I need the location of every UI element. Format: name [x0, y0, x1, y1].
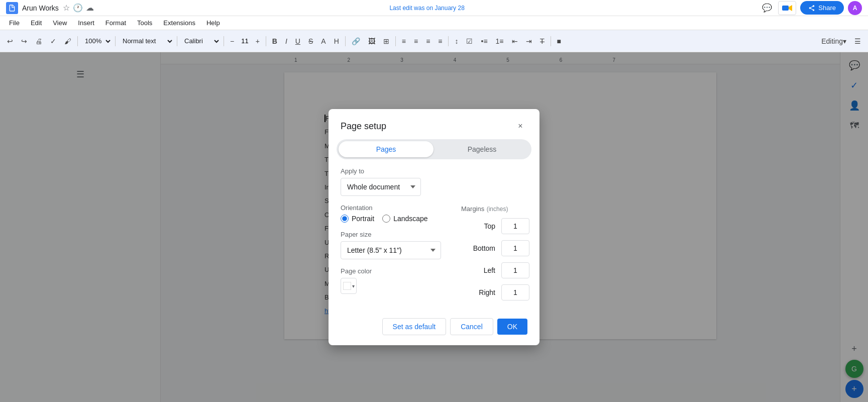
bold-button[interactable]: B	[269, 34, 280, 49]
toolbar: ↩ ↪ 🖨 ✓ 🖌 100% 75% 125% 150% Normal text…	[0, 30, 868, 52]
menu-edit[interactable]: Edit	[26, 17, 47, 29]
dialog-body: Apply to Whole document This section Thi…	[329, 167, 539, 312]
text-color-button[interactable]: A	[318, 34, 329, 49]
link-button[interactable]: 🔗	[349, 34, 363, 49]
margin-right-input[interactable]	[501, 284, 529, 300]
history-icon[interactable]: 🕐	[73, 3, 83, 13]
app-icon	[6, 2, 18, 14]
share-label: Share	[818, 4, 836, 12]
landscape-option[interactable]: Landscape	[382, 215, 428, 223]
image-button[interactable]: 🖼	[365, 34, 378, 49]
dialog-title: Page setup	[341, 121, 386, 132]
margins-col: Margins (inches) Top Bottom Left Right	[461, 204, 531, 302]
italic-button[interactable]: I	[282, 34, 290, 49]
document-title[interactable]: Arun Works	[22, 4, 59, 12]
numbered-list-button[interactable]: 1≡	[493, 34, 507, 49]
align-left-button[interactable]: ≡	[399, 34, 409, 49]
landscape-radio[interactable]	[382, 215, 390, 223]
ok-button[interactable]: OK	[497, 319, 527, 335]
menu-file[interactable]: File	[4, 17, 25, 29]
apply-to-label: Apply to	[341, 167, 527, 175]
portrait-radio[interactable]	[341, 215, 349, 223]
set-as-default-button[interactable]: Set as default	[382, 318, 447, 335]
toolbar-separator-6	[345, 36, 346, 46]
toolbar-separator-9	[551, 36, 551, 46]
align-center-button[interactable]: ≡	[411, 34, 421, 49]
color-swatch-arrow: ▾	[352, 283, 355, 289]
margins-title-row: Margins (inches)	[461, 204, 531, 213]
modal-overlay[interactable]: Page setup × Pages Pageless Apply to Who…	[0, 52, 868, 402]
last-edit-link[interactable]: Last edit was on January 28	[389, 5, 464, 12]
zoom-select[interactable]: 100% 75% 125% 150%	[81, 34, 112, 48]
spell-check-button[interactable]: ✓	[47, 34, 59, 49]
color-swatch-button[interactable]: ▾	[341, 278, 357, 294]
portrait-label: Portrait	[352, 215, 374, 223]
orientation-options: Portrait Landscape	[341, 215, 441, 223]
page-color-row: ▾	[341, 278, 441, 294]
meet-button[interactable]	[778, 1, 796, 15]
bullets-button[interactable]: •≡	[478, 34, 490, 49]
margin-top-label: Top	[461, 222, 501, 230]
orientation-margins-row: Orientation Portrait Landscape	[341, 204, 527, 302]
page-color-section: Page color ▾	[341, 267, 441, 294]
undo-button[interactable]: ↩	[4, 34, 16, 49]
cloud-icon[interactable]: ☁	[86, 3, 94, 13]
toolbar-separator-3	[177, 36, 177, 46]
strikethrough-button[interactable]: S	[305, 34, 316, 49]
menu-view[interactable]: View	[48, 17, 72, 29]
align-right-button[interactable]: ≡	[423, 34, 433, 49]
highlight-button[interactable]: H	[331, 34, 342, 49]
left-col: Orientation Portrait Landscape	[341, 204, 441, 302]
share-button[interactable]: Share	[800, 1, 844, 15]
font-size-increase-button[interactable]: +	[253, 34, 263, 49]
margin-right-label: Right	[461, 288, 501, 296]
portrait-option[interactable]: Portrait	[341, 215, 374, 223]
tab-pageless[interactable]: Pageless	[435, 141, 529, 157]
menu-extensions[interactable]: Extensions	[158, 17, 200, 29]
tab-pages[interactable]: Pages	[339, 141, 433, 157]
margin-bottom-label: Bottom	[461, 244, 501, 252]
cancel-button[interactable]: Cancel	[450, 318, 493, 335]
font-size-decrease-button[interactable]: −	[227, 34, 237, 49]
indent-decrease-button[interactable]: ⇤	[509, 34, 521, 49]
menu-bar: File Edit View Insert Format Tools Exten…	[0, 16, 868, 30]
table-button[interactable]: ⊞	[380, 34, 392, 49]
top-bar: Arun Works ☆ 🕐 ☁ Last edit was on Januar…	[0, 0, 868, 16]
checklist-button[interactable]: ☑	[463, 34, 476, 49]
clear-format-button[interactable]: T̶	[537, 34, 548, 49]
right-actions: 💬 Share A	[760, 1, 862, 15]
dialog-header: Page setup ×	[329, 109, 539, 139]
underline-button[interactable]: U	[292, 34, 303, 49]
align-justify-button[interactable]: ≡	[435, 34, 445, 49]
toolbar-separator-7	[395, 36, 396, 46]
margin-bottom-input[interactable]	[501, 240, 529, 256]
menu-format[interactable]: Format	[100, 17, 131, 29]
margin-top-input[interactable]	[501, 218, 529, 234]
margins-label: Margins	[461, 205, 484, 213]
page-setup-dialog[interactable]: Page setup × Pages Pageless Apply to Who…	[329, 109, 539, 345]
comment-icon[interactable]: 💬	[760, 1, 774, 15]
avatar[interactable]: A	[848, 1, 862, 15]
dialog-close-button[interactable]: ×	[513, 119, 527, 133]
margin-left-input[interactable]	[501, 262, 529, 278]
style-select[interactable]: Normal text Heading 1 Heading 2	[119, 34, 174, 48]
font-select[interactable]: Calibri Arial Times New Roman	[180, 34, 221, 48]
margins-grid: Top Bottom Left Right	[461, 218, 531, 300]
dialog-tabs: Pages Pageless	[337, 139, 531, 159]
apply-to-select[interactable]: Whole document This section This point f…	[341, 178, 421, 196]
menu-help[interactable]: Help	[201, 17, 225, 29]
star-icon[interactable]: ☆	[63, 3, 70, 13]
text-bg-button[interactable]: ■	[554, 34, 564, 49]
show-outline-button[interactable]: ☰	[851, 34, 864, 49]
paint-format-button[interactable]: 🖌	[61, 34, 74, 49]
apply-to-section: Apply to Whole document This section Thi…	[341, 167, 527, 196]
print-button[interactable]: 🖨	[32, 34, 45, 49]
paper-size-select[interactable]: Letter (8.5" x 11") A4 (8.27" x 11.69") …	[341, 241, 441, 259]
toolbar-separator-8	[448, 36, 449, 46]
redo-button[interactable]: ↪	[18, 34, 30, 49]
indent-increase-button[interactable]: ⇥	[523, 34, 535, 49]
line-spacing-button[interactable]: ↕	[452, 34, 461, 49]
editing-mode-button[interactable]: Editing ▾	[818, 34, 849, 49]
menu-tools[interactable]: Tools	[132, 17, 157, 29]
menu-insert[interactable]: Insert	[73, 17, 99, 29]
